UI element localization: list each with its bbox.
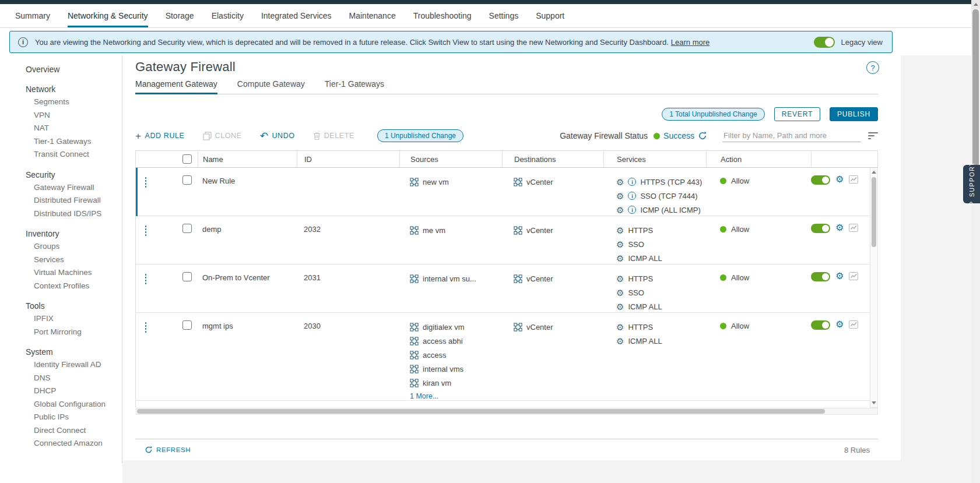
refresh-button[interactable]: REFRESH (145, 446, 191, 454)
sidebar-item-segments[interactable]: Segments (26, 97, 118, 111)
rule-sources-cell[interactable]: digitialex vmaccess abhiaccessinternal v… (399, 313, 502, 400)
sidebar-item-groups[interactable]: Groups (26, 242, 118, 255)
sidebar-item-public-ips[interactable]: Public IPs (26, 413, 118, 426)
undo-button[interactable]: ↶UNDO (260, 131, 295, 141)
top-tab-maintenance[interactable]: Maintenance (349, 4, 396, 27)
rule-settings-gear-icon[interactable]: ⚙ (835, 175, 844, 184)
rule-name-cell[interactable]: On-Prem to Vcenter (198, 265, 297, 313)
page-scroll-up-arrow[interactable] (971, 0, 980, 9)
tab-tier-1-gateways[interactable]: Tier-1 Gateways (325, 79, 384, 94)
sidebar-item-services[interactable]: Services (26, 255, 118, 269)
sidebar-item-gateway-firewall[interactable]: Gateway Firewall (26, 183, 118, 196)
rule-name-cell[interactable]: mgmt ips (198, 313, 297, 400)
filter-icon[interactable] (868, 132, 878, 139)
sidebar-item-global-configuration[interactable]: Global Configuration (26, 400, 118, 413)
delete-button[interactable]: DELETE (313, 132, 354, 140)
sidebar-item-connected-amazon[interactable]: Connected Amazon (26, 439, 118, 446)
vertical-scroll-thumb[interactable] (872, 177, 876, 247)
rule-action-cell[interactable]: Allow (706, 168, 811, 217)
rule-sources-cell[interactable]: new vm (399, 168, 502, 217)
rule-sources-cell[interactable]: me vm (399, 216, 502, 265)
sidebar-item-transit-connect[interactable]: Transit Connect (26, 150, 118, 163)
rule-enabled-toggle[interactable] (811, 272, 830, 281)
sidebar-item-tier-1-gateways[interactable]: Tier-1 Gateways (26, 137, 118, 150)
row-checkbox[interactable] (182, 320, 192, 330)
rule-enabled-toggle[interactable] (811, 320, 830, 330)
row-checkbox[interactable] (182, 272, 192, 281)
stats-icon[interactable] (849, 224, 858, 232)
row-checkbox[interactable] (182, 224, 192, 233)
column-header-sources[interactable]: Sources (399, 151, 502, 167)
scroll-up-arrow[interactable] (870, 168, 877, 176)
top-tab-summary[interactable]: Summary (15, 4, 50, 27)
rule-services-cell[interactable]: ⚙HTTPS⚙ICMP ALL (603, 313, 706, 400)
sidebar-item-dns[interactable]: DNS (26, 373, 118, 387)
sidebar-item-distributed-firewall[interactable]: Distributed Firewall (26, 196, 118, 209)
horizontal-scroll-thumb[interactable] (137, 409, 825, 414)
drag-handle-icon[interactable] (145, 322, 147, 400)
sidebar-item-distributed-ids-ips[interactable]: Distributed IDS/IPS (26, 209, 118, 223)
tab-management-gateway[interactable]: Management Gateway (135, 79, 217, 94)
sidebar-item-nat[interactable]: NAT (26, 124, 118, 137)
table-horizontal-scrollbar[interactable] (136, 408, 878, 415)
rule-services-cell[interactable]: ⚙iHTTPS (TCP 443)⚙iSSO (TCP 7444)⚙iICMP … (603, 168, 706, 217)
clone-button[interactable]: CLONE (203, 132, 242, 140)
sidebar-item-context-profiles[interactable]: Context Profiles (26, 281, 118, 295)
column-header-action[interactable]: Action (706, 151, 811, 167)
scroll-down-arrow[interactable] (870, 399, 877, 407)
rule-settings-gear-icon[interactable]: ⚙ (835, 223, 844, 232)
rule-action-cell[interactable]: Allow (706, 313, 811, 400)
filter-input[interactable] (722, 129, 861, 142)
sidebar-item-dhcp[interactable]: DHCP (26, 386, 118, 400)
rule-destinations-cell[interactable]: vCenter (502, 168, 603, 217)
revert-button[interactable]: REVERT (774, 107, 820, 121)
rule-destinations-cell[interactable]: vCenter (502, 265, 603, 313)
sidebar-item-port-mirroring[interactable]: Port Mirroring (26, 327, 118, 341)
sidebar-item-vpn[interactable]: VPN (26, 111, 118, 124)
top-tab-troubleshooting[interactable]: Troubleshooting (413, 4, 472, 27)
page-scrollbar[interactable] (971, 0, 980, 483)
add-rule-button[interactable]: +ADD RULE (135, 131, 185, 141)
top-tab-support[interactable]: Support (536, 4, 564, 27)
info-icon[interactable]: i (628, 178, 636, 186)
table-vertical-scrollbar[interactable] (870, 168, 878, 408)
sidebar-item-virtual-machines[interactable]: Virtual Machines (26, 268, 118, 281)
info-icon[interactable]: i (628, 206, 636, 214)
rule-settings-gear-icon[interactable]: ⚙ (835, 320, 844, 329)
rule-action-cell[interactable]: Allow (706, 265, 811, 313)
rule-name-cell[interactable]: demp (198, 216, 297, 265)
top-tab-elasticity[interactable]: Elasticity (212, 4, 244, 27)
tab-compute-gateway[interactable]: Compute Gateway (237, 79, 305, 94)
stats-icon[interactable] (849, 320, 858, 329)
sidebar-item-direct-connect[interactable]: Direct Connect (26, 426, 118, 439)
rule-enabled-toggle[interactable] (811, 175, 830, 185)
sidebar-item-ipfix[interactable]: IPFIX (26, 314, 118, 327)
rule-action-cell[interactable]: Allow (706, 216, 811, 265)
select-all-checkbox[interactable] (182, 154, 192, 164)
sidebar-item-identity-firewall-ad[interactable]: Identity Firewall AD (26, 360, 118, 373)
stats-icon[interactable] (849, 175, 858, 184)
rule-services-cell[interactable]: ⚙HTTPS⚙SSO⚙ICMP ALL (603, 216, 706, 265)
support-tab[interactable]: SUPPORT « (963, 165, 980, 203)
rule-destinations-cell[interactable]: vCenter (502, 216, 603, 265)
help-icon[interactable]: ? (866, 61, 879, 74)
sidebar-item-overview[interactable]: Overview (26, 65, 118, 77)
rule-destinations-cell[interactable]: vCenter (502, 313, 603, 400)
stats-icon[interactable] (849, 272, 858, 280)
sources-more-link[interactable]: 1 More... (410, 392, 502, 400)
publish-button[interactable]: PUBLISH (830, 107, 878, 121)
status-refresh-icon[interactable] (698, 131, 707, 140)
row-checkbox[interactable] (182, 175, 192, 185)
column-header-name[interactable]: Name (198, 151, 297, 167)
top-tab-networking-security[interactable]: Networking & Security (68, 4, 148, 27)
rule-services-cell[interactable]: ⚙HTTPS⚙SSO⚙ICMP ALL (603, 265, 706, 313)
rule-settings-gear-icon[interactable]: ⚙ (835, 272, 844, 281)
column-header-destinations[interactable]: Destinations (502, 151, 603, 167)
rule-sources-cell[interactable]: internal vm su... (399, 265, 502, 313)
rule-name-cell[interactable]: New Rule (198, 168, 297, 217)
info-icon[interactable]: i (628, 192, 636, 200)
drag-handle-icon[interactable] (145, 274, 147, 313)
top-tab-integrated-services[interactable]: Integrated Services (261, 4, 332, 27)
rule-enabled-toggle[interactable] (811, 224, 830, 233)
column-header-services[interactable]: Services (603, 151, 706, 167)
